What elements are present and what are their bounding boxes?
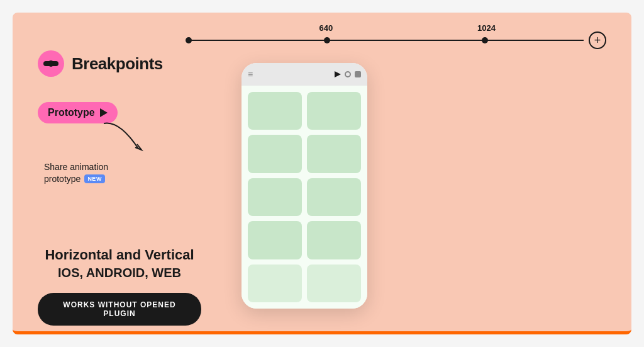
arrow-svg (101, 117, 151, 155)
breakpoint-1024-label: 1024 (477, 23, 496, 33)
menu-icon: ≡ (248, 69, 253, 79)
phone-content (242, 86, 367, 309)
phone-card-9 (248, 265, 302, 302)
square-dot (355, 71, 361, 77)
platforms-label: IOS, ANDROID, WEB (38, 266, 201, 280)
bottom-text: Horizontal and Vertical IOS, ANDROID, WE… (38, 247, 201, 326)
share-animation-area: Share animation prototype NEW (44, 161, 201, 184)
timeline-dot-640[interactable]: 640 (324, 37, 330, 43)
share-animation-line2: prototype (44, 174, 80, 184)
phone-card-4 (307, 135, 361, 173)
arrow-area (38, 123, 201, 155)
add-breakpoint-button[interactable]: + (589, 31, 606, 49)
add-icon: + (594, 34, 601, 47)
phone-card-1 (248, 92, 302, 130)
timeline-line: 640 1024 (189, 40, 584, 41)
left-panel: Breakpoints Prototype Share animation pr… (38, 50, 201, 326)
timeline-dot-start (186, 37, 192, 43)
horizontal-vertical-label: Horizontal and Vertical (38, 247, 201, 263)
logo-area: Breakpoints (38, 50, 201, 77)
play-icon (100, 108, 108, 117)
logo-icon (38, 50, 64, 77)
phone-card-6 (307, 178, 361, 216)
phone-card-2 (307, 92, 361, 130)
breakpoint-640-label: 640 (319, 23, 333, 33)
works-without-button[interactable]: WORKS WITHOUT OPENED PLUGIN (38, 293, 201, 326)
prototype-label: Prototype (48, 107, 95, 118)
timeline: 640 1024 + (189, 31, 606, 49)
prototype-area: Prototype Share animation prototype NEW (38, 102, 201, 184)
share-animation-line1: Share animation (44, 161, 201, 173)
play-dot (335, 71, 341, 77)
phone-header-dots (335, 71, 361, 77)
phone-card-3 (248, 135, 302, 173)
phone-mockup: ≡ (242, 63, 367, 309)
circle-dot (345, 71, 351, 77)
phone-card-7 (248, 221, 302, 259)
logo-title: Breakpoints (72, 54, 163, 74)
prototype-label-row: prototype NEW (44, 174, 201, 184)
phone-card-8 (307, 221, 361, 259)
new-badge: NEW (84, 174, 105, 183)
main-container: 640 1024 + Breakpoints Prototype (13, 13, 631, 334)
phone-card-10 (307, 265, 361, 302)
timeline-dot-1024[interactable]: 1024 (482, 37, 488, 43)
phone-card-5 (248, 178, 302, 216)
phone-header: ≡ (242, 63, 367, 86)
